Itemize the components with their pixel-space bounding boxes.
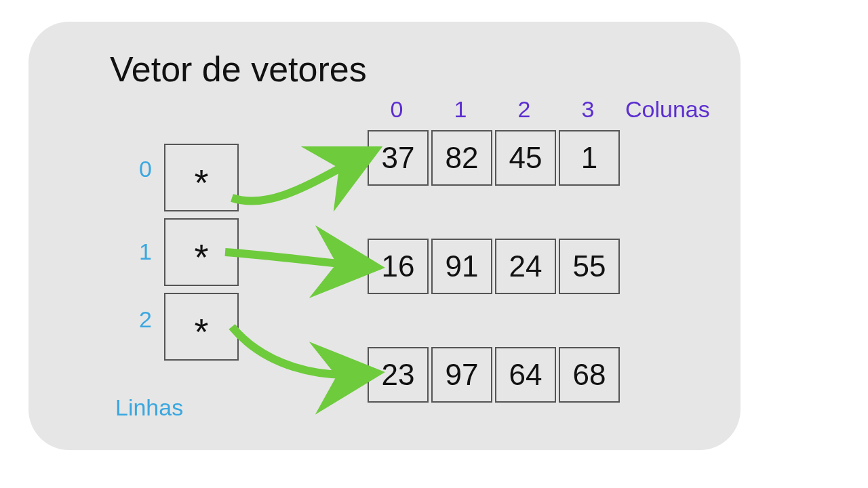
data-cell: 16	[368, 239, 429, 294]
row-index-2: 2	[125, 306, 152, 333]
columns-label: Colunas	[625, 96, 710, 123]
pointer-cell-0: *	[164, 144, 239, 211]
diagram-title: Vetor de vetores	[110, 49, 367, 89]
data-cell: 97	[431, 347, 492, 403]
row-index-0: 0	[125, 156, 152, 182]
data-cell: 64	[495, 347, 556, 403]
rows-label: Linhas	[115, 394, 183, 421]
data-cell: 24	[495, 239, 556, 294]
row-index-1: 1	[125, 239, 152, 265]
arrow-1	[225, 252, 361, 266]
pointer-cell-1: *	[164, 218, 239, 286]
data-row-2: 23 97 64 68	[368, 347, 620, 403]
column-index-1: 1	[430, 96, 491, 123]
data-cell: 37	[368, 130, 429, 186]
column-index-0: 0	[366, 96, 427, 123]
column-index-3: 3	[557, 96, 618, 123]
data-cell: 45	[495, 130, 556, 186]
arrow-0	[232, 157, 361, 201]
data-cell: 1	[559, 130, 620, 186]
column-index-2: 2	[494, 96, 555, 123]
canvas: Vetor de vetores 0 1 2 3 Colunas 0 1 2 L…	[0, 0, 868, 488]
diagram-panel: Vetor de vetores 0 1 2 3 Colunas 0 1 2 L…	[28, 22, 741, 450]
arrow-2	[232, 327, 361, 375]
data-row-1: 16 91 24 55	[368, 239, 620, 294]
pointer-cell-2: *	[164, 293, 239, 361]
pointer-column: * * *	[164, 144, 239, 361]
data-cell: 91	[431, 239, 492, 294]
data-row-0: 37 82 45 1	[368, 130, 620, 186]
data-cell: 82	[431, 130, 492, 186]
data-cell: 55	[559, 239, 620, 294]
data-cell: 68	[559, 347, 620, 403]
data-cell: 23	[368, 347, 429, 403]
